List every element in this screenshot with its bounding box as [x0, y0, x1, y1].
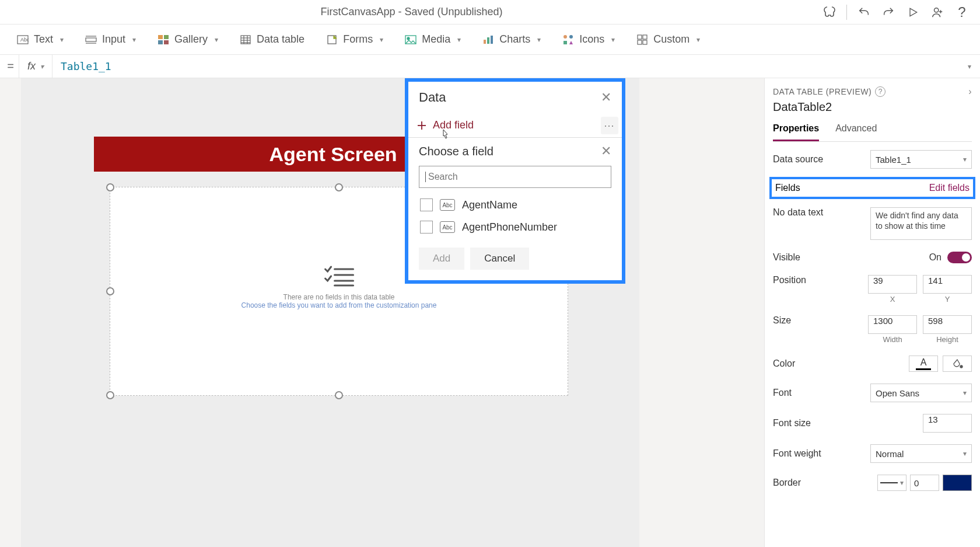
- text-type-icon: Abc: [440, 221, 455, 233]
- search-input[interactable]: Search: [419, 166, 611, 188]
- control-name: DataTable2: [773, 100, 972, 114]
- chevron-down-icon: ▾: [537, 36, 541, 44]
- formula-equals: =: [2, 60, 19, 73]
- chevron-down-icon: ▾: [60, 36, 64, 44]
- ribbon-datatable[interactable]: Data table: [239, 33, 304, 46]
- help-icon[interactable]: ?: [875, 86, 886, 97]
- formula-bar: = fx▾ Table1_1 ▾: [0, 55, 980, 78]
- redo-icon[interactable]: [877, 1, 900, 23]
- ribbon-gallery[interactable]: Gallery▾: [157, 33, 218, 46]
- share-icon[interactable]: [926, 1, 949, 23]
- properties-panel: DATA TABLE (PREVIEW) ? › DataTable2 Prop…: [764, 78, 980, 547]
- ribbon-input[interactable]: Input▾: [85, 33, 136, 46]
- datasource-dropdown[interactable]: Table1_1 ▾: [870, 150, 972, 169]
- ribbon-text[interactable]: Abc Text▾: [16, 33, 64, 46]
- border-style-picker[interactable]: ▾: [877, 475, 907, 491]
- fill-color-picker[interactable]: [943, 356, 972, 372]
- field-picker-actions: Add Cancel: [408, 238, 622, 280]
- forms-icon: [326, 33, 338, 46]
- titlebar: FirstCanvasApp - Saved (Unpublished) ?: [0, 0, 980, 25]
- checkbox[interactable]: [420, 198, 433, 211]
- prop-fontsize: Font size 13: [773, 408, 972, 438]
- formula-input[interactable]: Table1_1: [52, 60, 959, 72]
- resize-handle[interactable]: [106, 183, 114, 191]
- chevron-down-icon: ▾: [40, 62, 44, 71]
- svg-rect-28: [643, 40, 647, 44]
- resize-handle[interactable]: [335, 391, 343, 399]
- media-icon: [404, 33, 417, 46]
- svg-point-23: [569, 35, 573, 39]
- ribbon-forms[interactable]: Forms▾: [326, 33, 383, 46]
- undo-icon[interactable]: [853, 1, 875, 23]
- props-tabs: Properties Advanced: [773, 120, 972, 142]
- prop-position: Position 39 X 141 Y: [773, 269, 972, 309]
- resize-handle[interactable]: [106, 391, 114, 399]
- add-field-button[interactable]: Add field: [408, 113, 482, 137]
- svg-rect-6: [158, 35, 163, 39]
- tab-advanced[interactable]: Advanced: [835, 120, 877, 141]
- chevron-down-icon: ▾: [900, 479, 904, 487]
- resize-handle[interactable]: [335, 183, 343, 191]
- add-button[interactable]: Add: [419, 248, 464, 270]
- fontweight-dropdown[interactable]: Normal ▾: [870, 444, 972, 463]
- chevron-down-icon: ▾: [963, 155, 967, 163]
- svg-rect-7: [164, 35, 169, 39]
- datatable-icon: [239, 33, 252, 46]
- app-title: FirstCanvasApp - Saved (Unpublished): [7, 6, 816, 18]
- field-option[interactable]: Abc AgentPhoneNumber: [408, 216, 622, 238]
- position-y-input[interactable]: 141: [923, 275, 972, 294]
- prop-size: Size 1300 Width 598 Height: [773, 309, 972, 350]
- close-icon[interactable]: ✕: [601, 90, 611, 105]
- chevron-down-icon: ▾: [611, 36, 615, 44]
- resize-handle[interactable]: [106, 287, 114, 295]
- ribbon-charts[interactable]: Charts▾: [482, 33, 541, 46]
- ribbon-custom[interactable]: Custom▾: [636, 33, 700, 46]
- svg-rect-26: [643, 35, 647, 39]
- chevron-right-icon[interactable]: ›: [968, 86, 972, 97]
- close-icon[interactable]: ✕: [601, 144, 611, 159]
- font-dropdown[interactable]: Open Sans ▾: [870, 384, 972, 402]
- border-color-picker[interactable]: [943, 475, 972, 491]
- position-x-input[interactable]: 39: [868, 275, 917, 294]
- insert-ribbon: Abc Text▾ Input▾ Gallery▾ Data table For…: [0, 25, 980, 55]
- play-icon[interactable]: [902, 1, 924, 23]
- empty-line1: There are no fields in this data table: [242, 293, 437, 301]
- chevron-down-icon: ▾: [380, 36, 383, 44]
- visible-toggle[interactable]: [947, 252, 972, 263]
- fontsize-input[interactable]: 13: [923, 414, 972, 433]
- gallery-icon: [157, 33, 170, 46]
- more-options-button[interactable]: ⋯: [601, 117, 618, 134]
- text-icon: Abc: [16, 33, 29, 46]
- prop-nodata: No data text We didn't find any data to …: [773, 201, 972, 246]
- props-header: DATA TABLE (PREVIEW) ? ›: [773, 86, 972, 97]
- tab-properties[interactable]: Properties: [773, 120, 819, 141]
- font-color-picker[interactable]: A: [909, 356, 938, 372]
- fx-dropdown[interactable]: fx▾: [19, 55, 52, 78]
- nodata-textbox[interactable]: We didn't find any data to show at this …: [870, 207, 972, 240]
- border-width-input[interactable]: 0: [910, 475, 939, 491]
- chevron-down-icon: ▾: [696, 36, 700, 44]
- svg-rect-3: [86, 38, 96, 41]
- field-option[interactable]: Abc AgentName: [408, 194, 622, 216]
- svg-rect-20: [487, 37, 489, 44]
- ribbon-icons[interactable]: Icons▾: [562, 33, 615, 46]
- svg-rect-19: [484, 40, 486, 44]
- checkbox[interactable]: [420, 221, 433, 234]
- size-width-input[interactable]: 1300: [868, 315, 917, 334]
- health-icon[interactable]: [818, 1, 841, 23]
- ribbon-media[interactable]: Media▾: [404, 33, 461, 46]
- size-height-input[interactable]: 598: [923, 315, 972, 334]
- chevron-down-icon: ▾: [132, 36, 136, 44]
- svg-rect-21: [491, 36, 493, 44]
- data-panel: Data ✕ Add field ⋯ Choose a field ✕ Sear…: [405, 78, 625, 284]
- prop-fields-highlight: Fields Edit fields: [769, 177, 975, 199]
- prop-font: Font Open Sans ▾: [773, 378, 972, 408]
- formula-expand[interactable]: ▾: [959, 62, 980, 71]
- edit-fields-link[interactable]: Edit fields: [929, 183, 970, 193]
- empty-line2: Choose the fields you want to add from t…: [242, 301, 437, 309]
- help-icon[interactable]: ?: [951, 1, 973, 23]
- svg-rect-9: [164, 40, 169, 44]
- charts-icon: [482, 33, 495, 46]
- cancel-button[interactable]: Cancel: [470, 248, 529, 270]
- separator: [846, 5, 847, 20]
